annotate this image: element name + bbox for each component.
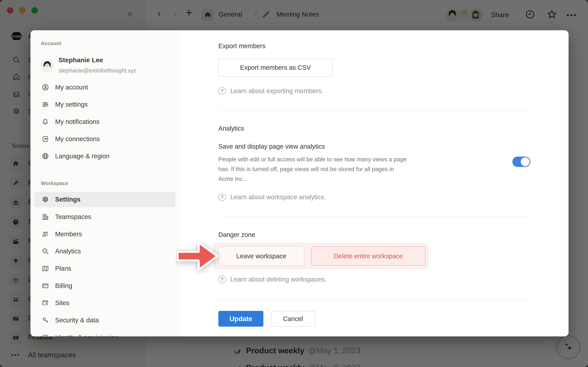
toggle-knob: [521, 157, 530, 166]
modal-sidebar-item-sites[interactable]: Sites: [34, 295, 175, 311]
modal-sidebar-item-label: Billing: [55, 282, 72, 290]
export-members-csv-button[interactable]: Export members as CSV: [218, 59, 333, 76]
modal-sidebar-item-label: Security & data: [55, 317, 99, 324]
export-members-heading: Export members: [218, 42, 266, 50]
danger-zone-heading: Danger zone: [218, 231, 255, 239]
modal-sidebar-item-my-connections[interactable]: My connections: [34, 131, 175, 147]
settings-modal-sidebar: Account Stephanie Lee stephanie@toolsfor…: [30, 30, 179, 336]
annotation-arrow-icon: [176, 240, 222, 274]
workspace-section-header: Workspace: [41, 180, 68, 186]
credit-card-icon: [41, 282, 50, 290]
settings-modal: Account Stephanie Lee stephanie@toolsfor…: [30, 30, 569, 336]
sliders-icon: [41, 101, 50, 108]
user-name: Stephanie Lee: [59, 56, 103, 64]
danger-help-link[interactable]: ? Learn about deleting workspaces.: [218, 275, 327, 283]
question-circle-icon: ?: [218, 87, 226, 95]
building-icon: [41, 213, 50, 221]
user-avatar: [41, 59, 53, 72]
arrow-out-box-icon: [41, 135, 50, 143]
user-email: stephanie@toolsforthought.xyz: [59, 67, 137, 74]
modal-sidebar-item-identity-provisioning[interactable]: Identity & provisioning: [34, 330, 175, 336]
analytics-toggle[interactable]: [512, 157, 530, 167]
modal-sidebar-item-label: My settings: [55, 101, 87, 108]
shield-icon: [41, 334, 50, 336]
modal-sidebar-item-my-settings[interactable]: My settings: [34, 97, 175, 112]
delete-workspace-button[interactable]: Delete entire workspace: [311, 247, 425, 266]
account-section-header: Account: [41, 41, 61, 46]
modal-sidebar-item-language-region[interactable]: Language & region: [34, 148, 175, 164]
screenshot-root: « ‹ › + General / Meeting Notes Share: [0, 0, 588, 367]
modal-sidebar-item-label: Settings: [55, 196, 80, 203]
question-circle-icon: ?: [218, 275, 226, 283]
section-divider: [218, 300, 530, 300]
analytics-heading: Analytics: [218, 125, 244, 132]
modal-sidebar-item-label: My account: [55, 84, 88, 91]
modal-sidebar-item-label: Teamspaces: [55, 213, 91, 220]
help-link-label: Learn about exporting members.: [230, 87, 323, 95]
analytics-setting-title: Save and display page view analytics: [218, 143, 325, 150]
modal-sidebar-item-label: My notifications: [55, 118, 99, 125]
modal-sidebar-item-teamspaces[interactable]: Teamspaces: [34, 209, 175, 225]
modal-sidebar-item-analytics[interactable]: Analytics: [34, 243, 175, 259]
modal-sidebar-item-my-account[interactable]: My account: [34, 79, 175, 95]
question-circle-icon: ?: [218, 193, 226, 201]
update-button[interactable]: Update: [218, 311, 263, 327]
person-circle-icon: [41, 83, 50, 91]
help-link-label: Learn about deleting workspaces.: [230, 276, 327, 283]
modal-sidebar-item-my-notifications[interactable]: My notifications: [34, 114, 175, 130]
people-icon: [41, 230, 50, 238]
map-icon: [41, 265, 50, 272]
analytics-setting-description: People with edit or full access will be …: [218, 154, 448, 184]
modal-sidebar-item-security-data[interactable]: Security & data: [34, 312, 175, 328]
modal-sidebar-item-label: My connections: [55, 135, 100, 143]
modal-sidebar-item-label: Language & region: [55, 152, 110, 160]
section-divider: [218, 110, 530, 111]
help-link-label: Learn about workspace analytics.: [230, 193, 326, 201]
modal-sidebar-item-billing[interactable]: Billing: [34, 278, 175, 294]
modal-sidebar-item-plans[interactable]: Plans: [34, 261, 175, 276]
browser-cursor-icon: [41, 299, 50, 307]
key-icon: [41, 316, 50, 324]
globe-icon: [41, 152, 50, 160]
cancel-button[interactable]: Cancel: [271, 311, 315, 327]
modal-sidebar-item-settings[interactable]: Settings: [34, 192, 175, 207]
gear-icon: [41, 196, 50, 203]
app-window: « ‹ › + General / Meeting Notes Share: [0, 0, 588, 367]
export-help-link[interactable]: ? Learn about exporting members.: [218, 87, 323, 95]
section-divider: [218, 216, 530, 216]
modal-sidebar-item-label: Analytics: [55, 248, 81, 255]
modal-sidebar-item-members[interactable]: Members: [34, 226, 175, 242]
analytics-help-link[interactable]: ? Learn about workspace analytics.: [218, 193, 326, 201]
leave-workspace-button[interactable]: Leave workspace: [218, 247, 304, 266]
modal-sidebar-item-label: Members: [55, 230, 82, 238]
modal-sidebar-item-label: Identity & provisioning: [55, 334, 118, 336]
magnifier-sparkle-icon: [41, 247, 50, 255]
modal-sidebar-item-label: Sites: [55, 299, 69, 307]
bell-icon: [41, 118, 50, 125]
modal-sidebar-item-label: Plans: [55, 265, 71, 272]
